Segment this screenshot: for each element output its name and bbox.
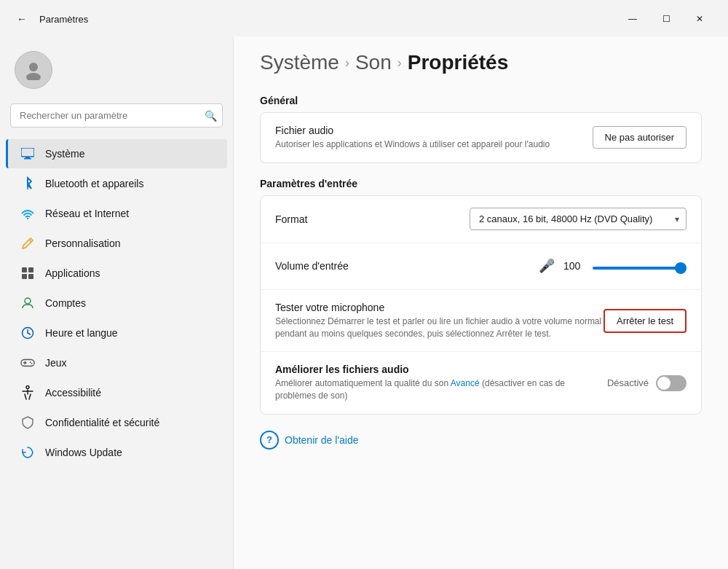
sidebar-item-personnalisation[interactable]: Personnalisation: [6, 229, 227, 258]
format-select-wrapper[interactable]: 2 canaux, 16 bit, 44100 Hz (CD Quality) …: [470, 208, 687, 230]
sidebar-item-comptes[interactable]: Comptes: [6, 289, 227, 318]
bluetooth-icon: [20, 176, 35, 191]
accounts-icon: [20, 296, 35, 310]
ameliorer-desc-before: Améliorer automatiquement la qualité du …: [275, 378, 448, 388]
sidebar-item-bluetooth[interactable]: Bluetooth et appareils: [6, 169, 227, 198]
svg-rect-12: [21, 359, 34, 366]
svg-rect-3: [25, 157, 30, 158]
breadcrumb-systeme: Système: [260, 51, 339, 74]
test-row: Tester votre microphone Sélectionnez Dém…: [261, 289, 701, 352]
ameliorer-toggle[interactable]: [656, 375, 687, 391]
search-box[interactable]: 🔍: [10, 103, 223, 127]
test-label: Tester votre microphone: [275, 302, 604, 313]
breadcrumb: Système › Son › Propriétés: [260, 51, 702, 74]
sidebar-item-accessibilite[interactable]: Accessibilité: [6, 378, 227, 407]
sidebar-item-systeme[interactable]: Système: [6, 139, 227, 168]
maximize-button[interactable]: ☐: [649, 7, 683, 31]
systeme-icon: [20, 146, 35, 161]
test-action: Arrêter le test: [604, 309, 687, 333]
breadcrumb-sep-1: ›: [345, 55, 349, 71]
breadcrumb-son: Son: [355, 51, 392, 74]
format-select[interactable]: 2 canaux, 16 bit, 44100 Hz (CD Quality) …: [470, 208, 687, 230]
sidebar-label-comptes: Comptes: [45, 297, 86, 309]
volume-slider[interactable]: [593, 267, 687, 270]
format-row: Format 2 canaux, 16 bit, 44100 Hz (CD Qu…: [261, 196, 701, 243]
games-icon: [20, 356, 35, 370]
volume-control: 🎤 100: [539, 258, 687, 274]
svg-point-13: [30, 361, 31, 363]
microphone-icon: 🎤: [539, 258, 555, 274]
settings-window: ← Paramètres — ☐ ✕ 🔍: [0, 0, 728, 569]
search-input[interactable]: [10, 103, 223, 127]
volume-row: Volume d'entrée 🎤 100: [261, 243, 701, 289]
minimize-button[interactable]: —: [616, 7, 649, 31]
accessibility-icon: [20, 385, 35, 400]
sidebar-item-jeux[interactable]: Jeux: [6, 348, 227, 377]
personalize-icon: [20, 236, 35, 251]
close-button[interactable]: ✕: [683, 7, 716, 31]
format-label: Format: [275, 213, 307, 225]
fichier-audio-text: Fichier audio Autoriser les applications…: [275, 125, 593, 151]
test-desc: Sélectionnez Démarrer le test et parler …: [275, 315, 604, 340]
svg-point-0: [29, 63, 38, 71]
svg-rect-4: [24, 158, 31, 160]
search-icon-button[interactable]: 🔍: [205, 110, 217, 122]
advanced-link[interactable]: Avancé: [451, 378, 482, 388]
network-icon: [20, 206, 35, 221]
svg-point-5: [27, 218, 28, 219]
section-general-title: Général: [260, 95, 702, 106]
main-layout: 🔍 Système: [0, 36, 728, 569]
back-button[interactable]: ←: [12, 9, 32, 29]
toggle-label: Désactivé: [607, 377, 649, 388]
ameliorer-row: Améliorer les fichiers audio Améliorer a…: [261, 351, 701, 414]
svg-point-15: [26, 386, 29, 389]
avatar: [15, 51, 52, 89]
sidebar-item-confidentialite[interactable]: Confidentialité et sécurité: [6, 408, 227, 437]
arreter-test-button[interactable]: Arrêter le test: [604, 309, 687, 333]
fichier-audio-row: Fichier audio Autoriser les applications…: [261, 113, 701, 162]
window-controls: — ☐ ✕: [616, 7, 716, 31]
privacy-icon: [20, 415, 35, 430]
general-card: Fichier audio Autoriser les applications…: [260, 112, 702, 163]
ne-pas-autoriser-button[interactable]: Ne pas autoriser: [593, 126, 687, 149]
sidebar-label-accessibilite: Accessibilité: [45, 387, 101, 399]
entree-card: Format 2 canaux, 16 bit, 44100 Hz (CD Qu…: [260, 195, 702, 415]
sidebar-item-applications[interactable]: Applications: [6, 259, 227, 288]
sidebar-label-personnalisation: Personnalisation: [45, 238, 121, 249]
help-footer[interactable]: ? Obtenir de l'aide: [260, 417, 702, 450]
format-label-wrapper: Format: [275, 213, 470, 226]
window-title: Paramètres: [39, 14, 88, 25]
section-entree: Paramètres d'entrée Format 2 canaux, 16 …: [260, 178, 702, 415]
time-icon: [20, 326, 35, 340]
section-entree-title: Paramètres d'entrée: [260, 178, 702, 189]
apps-icon: [20, 266, 35, 280]
breadcrumb-proprietes: Propriétés: [408, 51, 509, 74]
svg-rect-6: [22, 267, 27, 272]
toggle-area: Désactivé: [607, 375, 687, 391]
sidebar-label-heure: Heure et langue: [45, 327, 118, 339]
title-bar: ← Paramètres — ☐ ✕: [0, 0, 728, 36]
sidebar-label-jeux: Jeux: [45, 357, 67, 369]
sidebar: 🔍 Système: [0, 36, 233, 569]
ameliorer-desc: Améliorer automatiquement la qualité du …: [275, 377, 607, 402]
svg-point-10: [25, 298, 31, 304]
svg-rect-9: [28, 274, 33, 279]
sidebar-item-heure[interactable]: Heure et langue: [6, 318, 227, 348]
breadcrumb-sep-2: ›: [397, 55, 402, 71]
svg-rect-8: [22, 274, 27, 279]
sidebar-label-systeme: Système: [45, 148, 84, 160]
svg-point-14: [31, 363, 33, 364]
help-icon: ?: [260, 431, 279, 450]
fichier-audio-desc: Autoriser les applications et Windows à …: [275, 138, 593, 151]
sidebar-item-reseau[interactable]: Réseau et Internet: [6, 199, 227, 228]
volume-label: Volume d'entrée: [275, 260, 349, 272]
sidebar-label-reseau: Réseau et Internet: [45, 208, 129, 219]
svg-rect-7: [28, 267, 33, 272]
update-icon: [20, 445, 35, 460]
sidebar-label-bluetooth: Bluetooth et appareils: [45, 178, 143, 189]
avatar-area: [0, 42, 233, 103]
volume-slider-container: [593, 259, 687, 272]
volume-label-wrapper: Volume d'entrée: [275, 259, 539, 272]
fichier-audio-label: Fichier audio: [275, 125, 593, 136]
sidebar-item-update[interactable]: Windows Update: [6, 438, 227, 467]
